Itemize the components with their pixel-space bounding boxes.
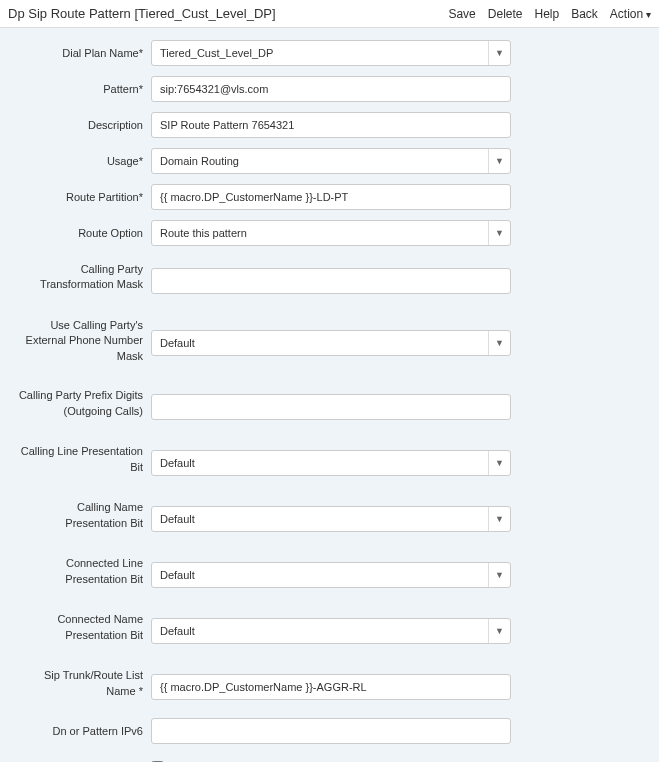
- route-option-select[interactable]: [151, 220, 511, 246]
- row-description: Description: [16, 112, 643, 140]
- row-calling-name-presentation-bit: Calling Name Presentation Bit ▼: [16, 494, 643, 532]
- label-route-partition: Route Partition*: [16, 184, 151, 205]
- row-usage: Usage* ▼: [16, 148, 643, 176]
- label-calling-line-presentation-bit: Calling Line Presentation Bit: [16, 438, 151, 475]
- label-usage: Usage*: [16, 148, 151, 169]
- page-header: Dp Sip Route Pattern [Tiered_Cust_Level_…: [0, 0, 659, 28]
- label-route-option: Route Option: [16, 220, 151, 241]
- row-calling-party-prefix-digits: Calling Party Prefix Digits (Outgoing Ca…: [16, 382, 643, 420]
- help-button[interactable]: Help: [534, 7, 559, 21]
- label-dn-or-pattern-ipv6: Dn or Pattern IPv6: [16, 718, 151, 739]
- label-connected-name-presentation-bit: Connected Name Presentation Bit: [16, 606, 151, 643]
- page-title: Dp Sip Route Pattern [Tiered_Cust_Level_…: [8, 6, 276, 21]
- dial-plan-name-select[interactable]: [151, 40, 511, 66]
- connected-name-presentation-bit-select[interactable]: [151, 618, 511, 644]
- use-calling-party-external-mask-select[interactable]: [151, 330, 511, 356]
- row-calling-party-transformation-mask: Calling Party Transformation Mask: [16, 256, 643, 294]
- label-calling-party-prefix-digits: Calling Party Prefix Digits (Outgoing Ca…: [16, 382, 151, 419]
- row-route-on-user-part: Route On User Part: [16, 754, 643, 762]
- label-calling-party-transformation-mask: Calling Party Transformation Mask: [16, 256, 151, 293]
- row-calling-line-presentation-bit: Calling Line Presentation Bit ▼: [16, 438, 643, 476]
- label-route-on-user-part: Route On User Part: [16, 754, 151, 762]
- label-use-calling-party-external-mask: Use Calling Party's External Phone Numbe…: [16, 312, 151, 364]
- header-actions: Save Delete Help Back Action: [448, 7, 651, 21]
- label-connected-line-presentation-bit: Connected Line Presentation Bit: [16, 550, 151, 587]
- row-connected-name-presentation-bit: Connected Name Presentation Bit ▼: [16, 606, 643, 644]
- label-pattern: Pattern*: [16, 76, 151, 97]
- description-input[interactable]: [151, 112, 511, 138]
- delete-button[interactable]: Delete: [488, 7, 523, 21]
- row-dial-plan-name: Dial Plan Name* ▼: [16, 40, 643, 68]
- save-button[interactable]: Save: [448, 7, 475, 21]
- dn-or-pattern-ipv6-input[interactable]: [151, 718, 511, 744]
- sip-trunk-route-list-name-input[interactable]: [151, 674, 511, 700]
- row-use-calling-party-external-mask: Use Calling Party's External Phone Numbe…: [16, 312, 643, 364]
- calling-line-presentation-bit-select[interactable]: [151, 450, 511, 476]
- calling-name-presentation-bit-select[interactable]: [151, 506, 511, 532]
- pattern-input[interactable]: [151, 76, 511, 102]
- form-container: Dial Plan Name* ▼ Pattern* Description U…: [0, 28, 659, 762]
- row-connected-line-presentation-bit: Connected Line Presentation Bit ▼: [16, 550, 643, 588]
- row-dn-or-pattern-ipv6: Dn or Pattern IPv6: [16, 718, 643, 746]
- row-sip-trunk-route-list-name: Sip Trunk/Route List Name *: [16, 662, 643, 700]
- route-partition-input[interactable]: [151, 184, 511, 210]
- label-description: Description: [16, 112, 151, 133]
- action-dropdown[interactable]: Action: [610, 7, 651, 21]
- calling-party-prefix-digits-input[interactable]: [151, 394, 511, 420]
- calling-party-transformation-mask-input[interactable]: [151, 268, 511, 294]
- row-route-partition: Route Partition*: [16, 184, 643, 212]
- label-dial-plan-name: Dial Plan Name*: [16, 40, 151, 61]
- label-sip-trunk-route-list-name: Sip Trunk/Route List Name *: [16, 662, 151, 699]
- row-pattern: Pattern*: [16, 76, 643, 104]
- usage-select[interactable]: [151, 148, 511, 174]
- row-route-option: Route Option ▼: [16, 220, 643, 248]
- back-button[interactable]: Back: [571, 7, 598, 21]
- connected-line-presentation-bit-select[interactable]: [151, 562, 511, 588]
- label-calling-name-presentation-bit: Calling Name Presentation Bit: [16, 494, 151, 531]
